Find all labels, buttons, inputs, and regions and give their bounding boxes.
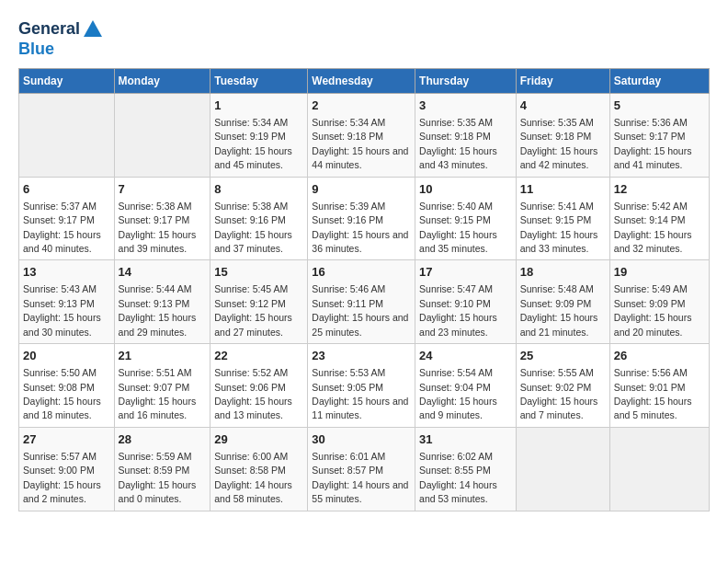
daylight-text: Daylight: 15 hours and 20 minutes. bbox=[614, 312, 692, 337]
sunrise-text: Sunrise: 5:52 AM bbox=[214, 367, 288, 378]
calendar-cell bbox=[19, 93, 115, 177]
sunset-text: Sunset: 9:13 PM bbox=[23, 298, 95, 309]
calendar-header: SundayMondayTuesdayWednesdayThursdayFrid… bbox=[19, 68, 710, 93]
sunrise-text: Sunrise: 5:47 AM bbox=[419, 283, 493, 294]
day-number: 28 bbox=[119, 431, 207, 448]
sunset-text: Sunset: 9:07 PM bbox=[119, 382, 190, 393]
sunrise-text: Sunrise: 5:35 AM bbox=[419, 117, 493, 128]
day-number: 25 bbox=[520, 348, 606, 364]
logo: General Blue bbox=[18, 18, 104, 59]
calendar-week-1: 1Sunrise: 5:34 AMSunset: 9:19 PMDaylight… bbox=[19, 93, 710, 177]
header-day-monday: Monday bbox=[114, 68, 210, 93]
daylight-text: Daylight: 15 hours and 44 minutes. bbox=[312, 145, 408, 170]
sunrise-text: Sunrise: 5:54 AM bbox=[419, 367, 493, 378]
sunrise-text: Sunrise: 6:00 AM bbox=[214, 451, 288, 462]
sunrise-text: Sunrise: 5:35 AM bbox=[520, 117, 594, 128]
day-number: 23 bbox=[312, 348, 411, 364]
header-day-sunday: Sunday bbox=[19, 68, 115, 93]
sunset-text: Sunset: 9:00 PM bbox=[23, 465, 95, 476]
daylight-text: Daylight: 15 hours and 2 minutes. bbox=[23, 479, 101, 504]
sunset-text: Sunset: 9:11 PM bbox=[312, 298, 383, 309]
calendar-cell: 28Sunrise: 5:59 AMSunset: 8:59 PMDayligh… bbox=[114, 427, 210, 511]
day-number: 6 bbox=[23, 181, 110, 198]
calendar-cell: 26Sunrise: 5:56 AMSunset: 9:01 PMDayligh… bbox=[609, 344, 709, 428]
sunrise-text: Sunrise: 5:40 AM bbox=[419, 201, 493, 212]
calendar-cell: 24Sunrise: 5:54 AMSunset: 9:04 PMDayligh… bbox=[415, 344, 517, 428]
day-number: 20 bbox=[23, 348, 110, 364]
daylight-text: Daylight: 15 hours and 45 minutes. bbox=[214, 145, 292, 170]
sunrise-text: Sunrise: 5:39 AM bbox=[312, 201, 385, 212]
day-number: 10 bbox=[419, 181, 512, 198]
calendar-cell: 22Sunrise: 5:52 AMSunset: 9:06 PMDayligh… bbox=[210, 344, 308, 428]
calendar-cell: 30Sunrise: 6:01 AMSunset: 8:57 PMDayligh… bbox=[308, 427, 415, 511]
svg-marker-0 bbox=[84, 20, 102, 37]
header-day-wednesday: Wednesday bbox=[308, 68, 415, 93]
calendar-cell: 8Sunrise: 5:38 AMSunset: 9:16 PMDaylight… bbox=[210, 177, 308, 260]
header-day-friday: Friday bbox=[516, 68, 609, 93]
sunrise-text: Sunrise: 5:38 AM bbox=[119, 201, 192, 212]
sunset-text: Sunset: 9:18 PM bbox=[419, 131, 491, 142]
day-number: 15 bbox=[214, 264, 303, 281]
calendar-cell: 19Sunrise: 5:49 AMSunset: 9:09 PMDayligh… bbox=[609, 260, 709, 344]
calendar-cell: 25Sunrise: 5:55 AMSunset: 9:02 PMDayligh… bbox=[516, 344, 609, 428]
sunset-text: Sunset: 9:12 PM bbox=[214, 298, 286, 309]
day-number: 27 bbox=[23, 431, 110, 448]
sunset-text: Sunset: 9:01 PM bbox=[614, 382, 686, 393]
daylight-text: Daylight: 15 hours and 16 minutes. bbox=[119, 396, 197, 420]
day-number: 21 bbox=[119, 348, 207, 364]
calendar-cell: 18Sunrise: 5:48 AMSunset: 9:09 PMDayligh… bbox=[516, 260, 609, 344]
sunrise-text: Sunrise: 5:34 AM bbox=[214, 117, 288, 128]
calendar-cell bbox=[516, 427, 609, 511]
day-number: 2 bbox=[312, 98, 411, 114]
daylight-text: Daylight: 15 hours and 29 minutes. bbox=[119, 312, 197, 337]
sunset-text: Sunset: 9:09 PM bbox=[614, 298, 686, 309]
calendar-week-4: 20Sunrise: 5:50 AMSunset: 9:08 PMDayligh… bbox=[19, 344, 710, 428]
day-number: 14 bbox=[119, 264, 207, 281]
sunrise-text: Sunrise: 5:34 AM bbox=[312, 117, 385, 128]
daylight-text: Daylight: 15 hours and 40 minutes. bbox=[23, 229, 101, 254]
calendar-cell: 14Sunrise: 5:44 AMSunset: 9:13 PMDayligh… bbox=[114, 260, 210, 344]
calendar-cell: 5Sunrise: 5:36 AMSunset: 9:17 PMDaylight… bbox=[609, 93, 709, 177]
calendar-week-2: 6Sunrise: 5:37 AMSunset: 9:17 PMDaylight… bbox=[19, 177, 710, 260]
sunrise-text: Sunrise: 5:45 AM bbox=[214, 283, 288, 294]
sunrise-text: Sunrise: 5:41 AM bbox=[520, 201, 594, 212]
logo-text: General Blue bbox=[18, 18, 104, 59]
day-number: 22 bbox=[214, 348, 303, 364]
day-number: 29 bbox=[214, 431, 303, 448]
sunset-text: Sunset: 9:05 PM bbox=[312, 382, 383, 393]
day-number: 1 bbox=[214, 98, 303, 114]
calendar-cell: 9Sunrise: 5:39 AMSunset: 9:16 PMDaylight… bbox=[308, 177, 415, 260]
calendar-cell: 23Sunrise: 5:53 AMSunset: 9:05 PMDayligh… bbox=[308, 344, 415, 428]
sunrise-text: Sunrise: 5:51 AM bbox=[119, 367, 192, 378]
daylight-text: Daylight: 15 hours and 9 minutes. bbox=[419, 396, 497, 420]
day-number: 12 bbox=[614, 181, 705, 198]
calendar-body: 1Sunrise: 5:34 AMSunset: 9:19 PMDaylight… bbox=[19, 93, 710, 511]
sunset-text: Sunset: 9:18 PM bbox=[312, 131, 383, 142]
sunrise-text: Sunrise: 5:55 AM bbox=[520, 367, 594, 378]
daylight-text: Daylight: 15 hours and 5 minutes. bbox=[614, 396, 692, 420]
header: General Blue bbox=[18, 18, 710, 59]
daylight-text: Daylight: 15 hours and 42 minutes. bbox=[520, 145, 598, 170]
day-number: 26 bbox=[614, 348, 705, 364]
day-number: 9 bbox=[312, 181, 411, 198]
calendar-cell: 2Sunrise: 5:34 AMSunset: 9:18 PMDaylight… bbox=[308, 93, 415, 177]
daylight-text: Daylight: 14 hours and 58 minutes. bbox=[214, 479, 292, 504]
day-number: 13 bbox=[23, 264, 110, 281]
calendar-cell: 1Sunrise: 5:34 AMSunset: 9:19 PMDaylight… bbox=[210, 93, 308, 177]
day-number: 8 bbox=[214, 181, 303, 198]
sunset-text: Sunset: 9:09 PM bbox=[520, 298, 592, 309]
daylight-text: Daylight: 15 hours and 13 minutes. bbox=[214, 396, 292, 420]
daylight-text: Daylight: 14 hours and 53 minutes. bbox=[419, 479, 497, 504]
calendar-week-5: 27Sunrise: 5:57 AMSunset: 9:00 PMDayligh… bbox=[19, 427, 710, 511]
sunset-text: Sunset: 9:17 PM bbox=[119, 214, 190, 225]
daylight-text: Daylight: 15 hours and 35 minutes. bbox=[419, 229, 497, 254]
day-number: 17 bbox=[419, 264, 512, 281]
daylight-text: Daylight: 14 hours and 55 minutes. bbox=[312, 479, 408, 504]
calendar-cell: 7Sunrise: 5:38 AMSunset: 9:17 PMDaylight… bbox=[114, 177, 210, 260]
sunset-text: Sunset: 9:18 PM bbox=[520, 131, 592, 142]
sunset-text: Sunset: 9:04 PM bbox=[419, 382, 491, 393]
daylight-text: Daylight: 15 hours and 25 minutes. bbox=[312, 312, 408, 337]
daylight-text: Daylight: 15 hours and 27 minutes. bbox=[214, 312, 292, 337]
calendar-cell bbox=[609, 427, 709, 511]
sunset-text: Sunset: 9:02 PM bbox=[520, 382, 592, 393]
